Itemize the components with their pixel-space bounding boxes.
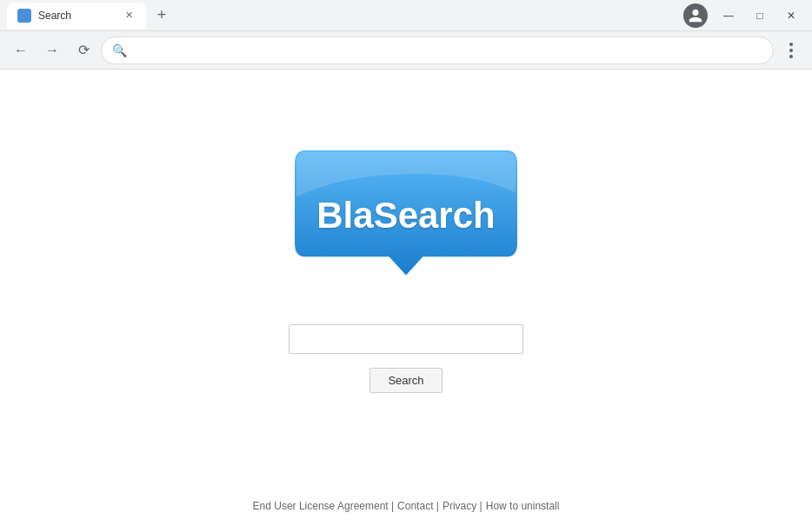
search-input[interactable] (289, 324, 523, 354)
lock-icon: 🔍 (112, 43, 127, 57)
close-icon: ✕ (787, 10, 795, 22)
search-button[interactable]: Search (369, 368, 442, 393)
back-icon: ← (14, 43, 28, 58)
tab-close-button[interactable]: ✕ (122, 9, 136, 23)
three-dots-icon (789, 43, 793, 58)
forward-button[interactable]: → (38, 37, 66, 64)
logo-bubble: BlaSearch (284, 150, 528, 290)
uninstall-link[interactable]: How to uninstall (486, 500, 560, 512)
search-input-wrapper (289, 324, 523, 354)
contact-link[interactable]: Contact | (397, 500, 439, 512)
minimize-icon: — (723, 10, 734, 22)
browser-menu-button[interactable] (777, 37, 805, 64)
account-button[interactable] (683, 3, 708, 28)
account-icon (688, 8, 703, 23)
address-input[interactable] (132, 43, 762, 57)
new-tab-button[interactable]: + (150, 3, 174, 28)
browser-window: Search ✕ + — □ ✕ ← (0, 0, 812, 526)
search-container: Search (289, 324, 523, 393)
tab-favicon (17, 9, 31, 23)
footer: End User License Agreement | Contact | P… (0, 500, 812, 512)
address-bar[interactable]: 🔍 (101, 37, 774, 64)
page-content: BlaSearch Search End User License Agreem… (0, 70, 812, 526)
logo-text: BlaSearch (316, 195, 495, 236)
browser-tab[interactable]: Search ✕ (7, 3, 146, 29)
refresh-button[interactable]: ⟳ (70, 37, 97, 64)
minimize-button[interactable]: — (715, 2, 742, 30)
maximize-button[interactable]: □ (746, 2, 774, 30)
tab-title: Search (38, 10, 115, 22)
eula-link[interactable]: End User License Agreement | (253, 500, 395, 512)
new-tab-icon: + (157, 6, 167, 24)
window-controls: — □ ✕ (715, 2, 805, 30)
nav-bar: ← → ⟳ 🔍 (0, 31, 812, 70)
forward-icon: → (45, 43, 59, 58)
tab-area: Search ✕ + (7, 3, 683, 29)
logo-container: BlaSearch (284, 150, 528, 290)
title-bar: Search ✕ + — □ ✕ (0, 0, 812, 31)
close-button[interactable]: ✕ (777, 2, 805, 30)
maximize-icon: □ (756, 10, 762, 22)
privacy-link[interactable]: Privacy | (443, 500, 483, 512)
back-button[interactable]: ← (7, 37, 35, 64)
refresh-icon: ⟳ (78, 42, 90, 58)
